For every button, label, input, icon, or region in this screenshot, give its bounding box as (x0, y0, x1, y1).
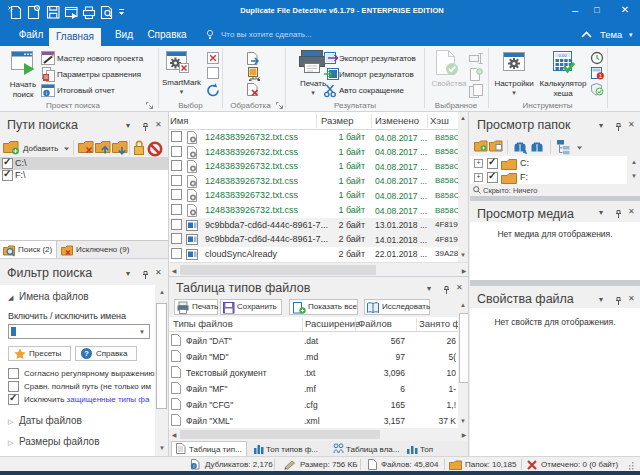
svg-text:Добавить: Добавить (23, 144, 58, 153)
svg-text:0.00: 0.00 (559, 53, 568, 58)
svg-text:i: i (46, 90, 47, 96)
svg-text:i: i (193, 463, 194, 469)
svg-text:?: ? (84, 349, 89, 358)
